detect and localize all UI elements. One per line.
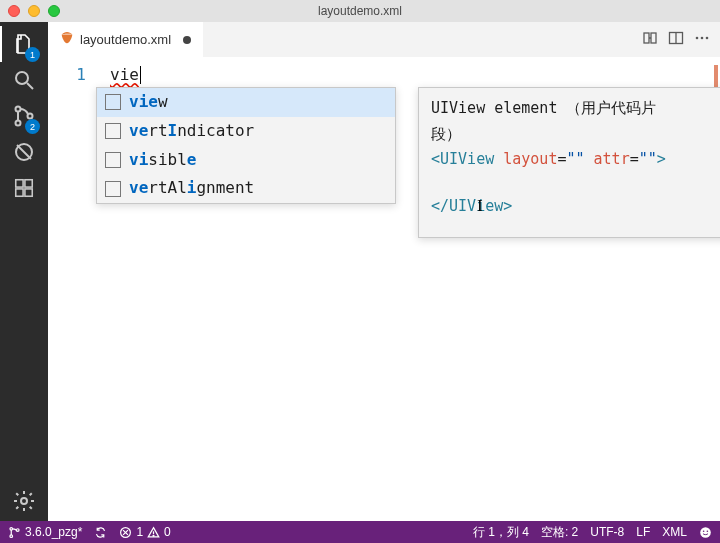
- tab-dirty-indicator: [183, 36, 191, 44]
- window-controls: [8, 5, 60, 17]
- text-editor[interactable]: 1 vie view vertIndicator: [48, 57, 720, 521]
- feedback-icon[interactable]: [699, 526, 712, 539]
- docs-description-line2: 段）: [431, 122, 720, 148]
- snippet-icon: [105, 123, 121, 139]
- zoom-window[interactable]: [48, 5, 60, 17]
- svg-point-3: [28, 114, 33, 119]
- sync-icon[interactable]: [94, 526, 107, 539]
- debug-icon[interactable]: [10, 138, 38, 166]
- compare-changes-icon[interactable]: [642, 30, 658, 50]
- svg-rect-6: [16, 189, 23, 196]
- language-status[interactable]: XML: [662, 525, 687, 539]
- status-bar: 3.6.0_pzg* 1 0 行 1，列 4 空格: 2 UTF-8 LF XM…: [0, 521, 720, 543]
- svg-point-22: [703, 530, 705, 532]
- suggest-item-vertalignment[interactable]: vertAlignment: [97, 174, 395, 203]
- svg-point-16: [10, 527, 13, 530]
- svg-point-13: [696, 36, 699, 39]
- activity-bar: 1 2: [0, 22, 48, 521]
- editor-group: layoutdemo.xml 1: [48, 22, 720, 521]
- svg-point-21: [700, 527, 711, 538]
- text-caret: [140, 66, 141, 84]
- svg-rect-7: [25, 189, 32, 196]
- snippet-icon: [105, 94, 121, 110]
- problems-status[interactable]: 1 0: [119, 525, 170, 539]
- encoding-status[interactable]: UTF-8: [590, 525, 624, 539]
- split-editor-icon[interactable]: [668, 30, 684, 50]
- suggest-item-vertindicator[interactable]: vertIndicator: [97, 117, 395, 146]
- svg-point-9: [21, 498, 27, 504]
- snippet-icon: [105, 152, 121, 168]
- suggest-item-visible[interactable]: visible: [97, 146, 395, 175]
- svg-rect-11: [651, 33, 656, 43]
- svg-point-17: [10, 534, 13, 537]
- docs-description-line1: UIView element （用户代码片: [431, 96, 720, 122]
- docs-snippet-close: </UIView> I: [431, 194, 720, 220]
- indent-status[interactable]: 空格: 2: [541, 524, 578, 541]
- eol-status[interactable]: LF: [636, 525, 650, 539]
- svg-rect-8: [25, 180, 32, 187]
- scm-icon[interactable]: 2: [10, 102, 38, 130]
- minimize-window[interactable]: [28, 5, 40, 17]
- svg-point-14: [701, 36, 704, 39]
- svg-point-15: [706, 36, 709, 39]
- suggest-widget[interactable]: view vertIndicator visible vertAlignment: [96, 87, 396, 204]
- svg-point-1: [16, 107, 21, 112]
- svg-rect-10: [644, 33, 649, 43]
- svg-rect-5: [16, 180, 23, 187]
- editor-tabs: layoutdemo.xml: [48, 22, 720, 57]
- editor-actions: [642, 22, 720, 57]
- suggest-item-view[interactable]: view: [97, 88, 395, 117]
- tab-layoutdemo[interactable]: layoutdemo.xml: [48, 22, 203, 57]
- extensions-icon[interactable]: [10, 174, 38, 202]
- search-icon[interactable]: [10, 66, 38, 94]
- typed-text: vie: [110, 65, 139, 84]
- more-actions-icon[interactable]: [694, 30, 710, 50]
- svg-point-20: [153, 535, 154, 536]
- suggest-details: ✕ UIView element （用户代码片 段） <UIView layou…: [418, 87, 720, 238]
- settings-icon[interactable]: [10, 487, 38, 515]
- app-window: layoutdemo.xml 1 2: [0, 0, 720, 543]
- xml-file-icon: [60, 31, 74, 48]
- svg-point-2: [16, 121, 21, 126]
- window-title: layoutdemo.xml: [0, 4, 720, 18]
- line-number: 1: [48, 57, 108, 84]
- title-bar: layoutdemo.xml: [0, 0, 720, 22]
- close-window[interactable]: [8, 5, 20, 17]
- cursor-position[interactable]: 行 1，列 4: [473, 524, 529, 541]
- explorer-icon[interactable]: 1: [10, 30, 38, 58]
- editor-line-1: vie: [110, 65, 141, 84]
- overview-ruler-mark: [714, 65, 718, 87]
- git-branch[interactable]: 3.6.0_pzg*: [8, 525, 82, 539]
- snippet-icon: [105, 181, 121, 197]
- explorer-badge: 1: [25, 47, 40, 62]
- svg-point-0: [16, 72, 28, 84]
- scm-badge: 2: [25, 119, 40, 134]
- docs-snippet-open: <UIView layout="" attr="">: [431, 147, 720, 173]
- svg-point-23: [707, 530, 709, 532]
- text-cursor-icon: I: [477, 192, 483, 221]
- tab-label: layoutdemo.xml: [80, 32, 171, 47]
